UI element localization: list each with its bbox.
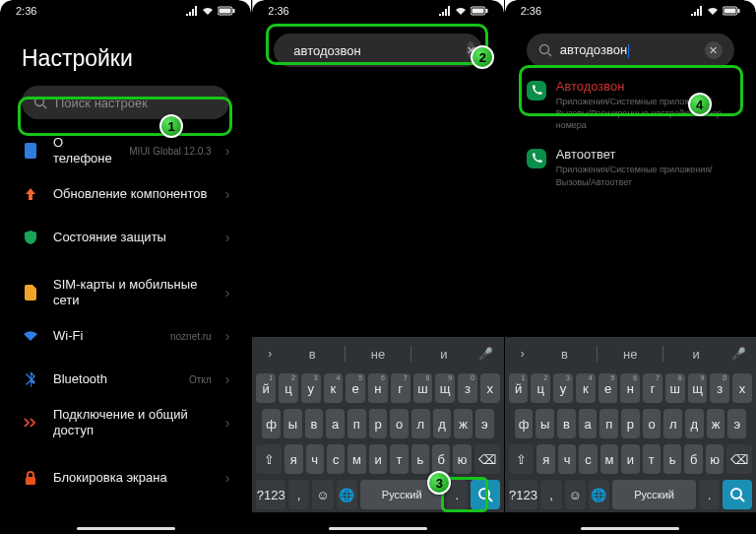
suggestion[interactable]: не: [349, 347, 407, 362]
key-dot[interactable]: .: [699, 480, 720, 509]
key-symbols[interactable]: ?123: [256, 480, 285, 509]
key-comma[interactable]: ,: [540, 480, 561, 509]
key-т[interactable]: т: [390, 444, 408, 474]
key-б[interactable]: б: [432, 444, 450, 474]
key-ы[interactable]: ы: [284, 409, 302, 438]
key-symbols[interactable]: ?123: [509, 480, 538, 509]
key-г[interactable]: г7: [643, 373, 662, 403]
key-ж[interactable]: ж: [707, 409, 725, 438]
key-й[interactable]: й1: [256, 373, 276, 403]
key-ш[interactable]: ш8: [413, 373, 433, 403]
key-ф[interactable]: ф: [515, 409, 534, 438]
key-м[interactable]: м: [347, 444, 365, 474]
key-р[interactable]: р: [621, 409, 640, 438]
key-о[interactable]: о: [390, 409, 409, 438]
key-ь[interactable]: ь: [663, 444, 681, 474]
clear-search-button[interactable]: ✕: [705, 41, 723, 59]
key-х[interactable]: х: [480, 373, 500, 403]
key-ц[interactable]: ц2: [531, 373, 550, 403]
key-в[interactable]: в: [305, 409, 324, 438]
search-result-autoanswer[interactable]: Автоответ Приложения/Системные приложени…: [505, 139, 756, 195]
search-input[interactable]: [293, 43, 459, 58]
nav-handle[interactable]: [581, 527, 679, 530]
key-backspace[interactable]: ⌫: [726, 444, 752, 474]
key-у[interactable]: у3: [301, 373, 321, 403]
key-к[interactable]: к4: [576, 373, 596, 403]
row-wifi[interactable]: Wi-Fi noznet.ru ›: [22, 314, 229, 358]
key-е[interactable]: е5: [346, 373, 365, 403]
suggestion[interactable]: и: [415, 347, 472, 362]
row-lock-screen[interactable]: Блокировка экрана ›: [22, 456, 229, 500]
key-ф[interactable]: ф: [262, 409, 281, 438]
key-я[interactable]: я: [284, 444, 302, 474]
suggestion[interactable]: в: [284, 347, 341, 362]
key-ч[interactable]: ч: [306, 444, 324, 474]
key-globe[interactable]: 🌐: [589, 480, 609, 509]
key-ы[interactable]: ы: [536, 409, 554, 438]
row-sim-networks[interactable]: SIM-карты и мобильные сети ›: [22, 271, 229, 314]
key-м[interactable]: м: [600, 444, 618, 474]
key-л[interactable]: л: [411, 409, 430, 438]
key-э[interactable]: э: [475, 409, 494, 438]
key-space[interactable]: Русский: [612, 480, 696, 509]
key-ь[interactable]: ь: [411, 444, 429, 474]
key-щ[interactable]: щ9: [435, 373, 455, 403]
key-г[interactable]: г7: [391, 373, 410, 403]
settings-search[interactable]: Поиск настроек: [22, 86, 229, 119]
key-б[interactable]: б: [684, 444, 702, 474]
search-result-autodial[interactable]: Автодозвон Приложения/Системные приложен…: [505, 71, 756, 139]
search-input[interactable]: автодозвон: [560, 42, 629, 58]
key-щ[interactable]: щ9: [688, 373, 708, 403]
key-с[interactable]: с: [327, 444, 345, 474]
key-э[interactable]: э: [727, 409, 746, 438]
key-з[interactable]: з0: [710, 373, 729, 403]
nav-handle[interactable]: [329, 527, 427, 530]
key-л[interactable]: л: [663, 409, 682, 438]
row-update-components[interactable]: Обновление компонентов ›: [22, 172, 229, 216]
settings-search[interactable]: автодозвон ✕: [527, 33, 734, 67]
key-emoji[interactable]: ☺: [565, 480, 586, 509]
key-х[interactable]: х: [732, 373, 752, 403]
key-н[interactable]: н6: [368, 373, 388, 403]
key-о[interactable]: о: [643, 409, 662, 438]
key-backspace[interactable]: ⌫: [474, 444, 500, 474]
key-ш[interactable]: ш8: [665, 373, 685, 403]
key-ю[interactable]: ю: [453, 444, 471, 474]
key-й[interactable]: й1: [509, 373, 529, 403]
key-п[interactable]: п: [347, 409, 366, 438]
key-е[interactable]: е5: [598, 373, 618, 403]
key-ц[interactable]: ц2: [279, 373, 298, 403]
suggestion[interactable]: и: [667, 347, 724, 362]
key-р[interactable]: р: [369, 409, 388, 438]
mic-icon[interactable]: 🎤: [728, 347, 748, 361]
settings-search[interactable]: ✕: [274, 33, 481, 67]
chevron-right-icon[interactable]: ›: [513, 347, 533, 361]
key-я[interactable]: я: [536, 444, 554, 474]
suggestion[interactable]: не: [601, 347, 659, 362]
chevron-right-icon[interactable]: ›: [260, 347, 280, 361]
key-comma[interactable]: ,: [288, 480, 309, 509]
key-у[interactable]: у3: [553, 373, 573, 403]
key-emoji[interactable]: ☺: [312, 480, 333, 509]
key-т[interactable]: т: [643, 444, 661, 474]
key-и[interactable]: и: [369, 444, 387, 474]
key-п[interactable]: п: [599, 409, 618, 438]
key-ю[interactable]: ю: [706, 444, 724, 474]
key-д[interactable]: д: [685, 409, 704, 438]
key-search[interactable]: [471, 480, 500, 509]
key-ч[interactable]: ч: [558, 444, 576, 474]
key-и[interactable]: и: [621, 444, 639, 474]
key-ж[interactable]: ж: [454, 409, 472, 438]
key-к[interactable]: к4: [324, 373, 344, 403]
key-globe[interactable]: 🌐: [337, 480, 357, 509]
key-з[interactable]: з0: [458, 373, 477, 403]
key-а[interactable]: а: [326, 409, 345, 438]
key-shift[interactable]: ⇧: [509, 444, 535, 474]
row-security-status[interactable]: Состояние защиты ›: [22, 216, 229, 259]
suggestion[interactable]: в: [536, 347, 594, 362]
row-connection-sharing[interactable]: Подключение и общий доступ ›: [22, 401, 229, 444]
key-а[interactable]: а: [579, 409, 598, 438]
key-shift[interactable]: ⇧: [256, 444, 282, 474]
key-в[interactable]: в: [557, 409, 576, 438]
key-д[interactable]: д: [433, 409, 452, 438]
